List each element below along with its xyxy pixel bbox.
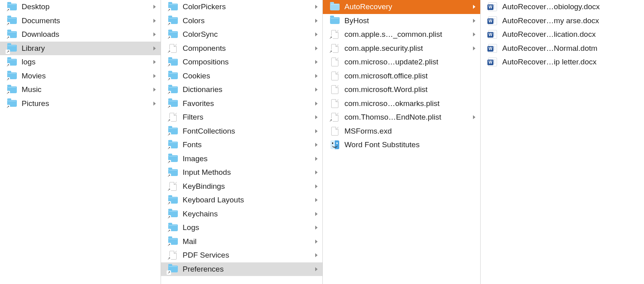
file-icon bbox=[329, 112, 340, 122]
list-item[interactable]: Desktop bbox=[0, 0, 161, 14]
list-item[interactable]: Input Methods bbox=[161, 166, 322, 180]
item-label: Preferences bbox=[183, 265, 223, 274]
item-label: AutoRecovery bbox=[344, 2, 392, 11]
list-item[interactable]: com.Thomso…EndNote.plist bbox=[323, 110, 480, 124]
chevron-right-icon bbox=[314, 253, 318, 258]
folder-icon bbox=[167, 237, 179, 246]
item-label: Library bbox=[22, 44, 45, 53]
folder-icon bbox=[6, 30, 18, 39]
alias-badge-icon bbox=[6, 36, 10, 40]
list-item[interactable]: AutoRecover…obiology.docx bbox=[481, 0, 644, 14]
file-icon bbox=[329, 30, 340, 39]
file-icon bbox=[167, 112, 179, 122]
list-item[interactable]: KeyBindings bbox=[161, 180, 322, 194]
item-label: Compositions bbox=[183, 58, 229, 66]
item-label: Logs bbox=[183, 223, 199, 232]
list-item[interactable]: Music bbox=[0, 83, 161, 97]
item-label: ColorPickers bbox=[183, 2, 226, 11]
item-label: AutoRecover…ip letter.docx bbox=[502, 58, 597, 66]
list-item[interactable]: AutoRecovery bbox=[323, 0, 480, 14]
alias-badge-icon bbox=[167, 270, 171, 275]
item-label: com.microso…okmarks.plist bbox=[344, 99, 440, 108]
file-icon bbox=[167, 182, 179, 191]
chevron-right-icon bbox=[153, 101, 157, 106]
chevron-right-icon bbox=[314, 267, 318, 272]
alias-badge-icon bbox=[167, 118, 171, 123]
alias-badge-icon bbox=[6, 77, 10, 82]
word-doc-icon bbox=[487, 16, 498, 26]
list-item[interactable]: FontCollections bbox=[161, 124, 322, 138]
list-item[interactable]: Keychains bbox=[161, 207, 322, 221]
list-item[interactable]: Documents bbox=[0, 14, 161, 28]
alias-badge-icon bbox=[6, 8, 10, 12]
list-item[interactable]: Compositions bbox=[161, 55, 322, 69]
alias-badge-icon bbox=[167, 8, 171, 12]
list-item[interactable]: ByHost bbox=[323, 14, 480, 28]
word-doc-icon bbox=[487, 57, 498, 67]
list-item[interactable]: Components bbox=[161, 42, 322, 56]
list-item[interactable]: com.apple.security.plist bbox=[323, 42, 480, 56]
list-item[interactable]: com.microsoft.office.plist bbox=[323, 69, 480, 83]
folder-icon bbox=[167, 154, 179, 164]
item-label: Mail bbox=[183, 237, 197, 246]
list-item[interactable]: Favorites bbox=[161, 97, 322, 111]
list-item[interactable]: Mail bbox=[161, 235, 322, 249]
chevron-right-icon bbox=[153, 60, 157, 64]
list-item[interactable]: ColorSync bbox=[161, 28, 322, 42]
list-item[interactable]: AutoRecover…my arse.docx bbox=[481, 14, 644, 28]
chevron-right-icon bbox=[314, 46, 318, 51]
list-item[interactable]: com.apple.s…_common.plist bbox=[323, 28, 480, 42]
list-item[interactable]: Logs bbox=[161, 221, 322, 235]
chevron-right-icon bbox=[153, 87, 157, 92]
item-label: Colors bbox=[183, 16, 205, 25]
folder-icon bbox=[167, 126, 179, 136]
item-label: Keyboard Layouts bbox=[183, 196, 244, 204]
chevron-right-icon bbox=[472, 46, 476, 51]
list-item[interactable]: AutoRecover…ip letter.docx bbox=[481, 55, 644, 69]
item-label: PDF Services bbox=[183, 251, 229, 260]
file-icon bbox=[167, 44, 179, 53]
list-item[interactable]: Images bbox=[161, 152, 322, 166]
list-item[interactable]: Preferences bbox=[161, 262, 322, 276]
list-item[interactable]: PDF Services bbox=[161, 248, 322, 262]
chevron-right-icon bbox=[314, 129, 318, 134]
alias-badge-icon bbox=[6, 63, 10, 68]
list-item[interactable]: Colors bbox=[161, 14, 322, 28]
folder-icon bbox=[167, 195, 179, 205]
list-item[interactable]: Dictionaries bbox=[161, 83, 322, 97]
word-template-icon bbox=[487, 44, 498, 53]
list-item[interactable]: AutoRecover…lication.docx bbox=[481, 28, 644, 42]
list-item[interactable]: com.microso…update2.plist bbox=[323, 55, 480, 69]
chevron-right-icon bbox=[314, 142, 318, 147]
chevron-right-icon bbox=[314, 198, 318, 202]
word-doc-icon bbox=[487, 2, 498, 12]
list-item[interactable]: com.microso…okmarks.plist bbox=[323, 97, 480, 111]
item-label: Favorites bbox=[183, 99, 214, 108]
list-item[interactable]: Movies bbox=[0, 69, 161, 83]
list-item[interactable]: MSForms.exd bbox=[323, 124, 480, 138]
alias-badge-icon bbox=[328, 50, 333, 54]
list-item[interactable]: Pictures bbox=[0, 97, 161, 111]
list-item[interactable]: Downloads bbox=[0, 28, 161, 42]
list-item[interactable]: Cookies bbox=[161, 69, 322, 83]
chevron-right-icon bbox=[314, 115, 318, 120]
item-label: logs bbox=[22, 58, 36, 66]
list-item[interactable]: AutoRecover…Normal.dotm bbox=[481, 42, 644, 56]
folder-icon bbox=[329, 2, 340, 12]
list-item[interactable]: Filters bbox=[161, 110, 322, 124]
list-item[interactable]: Library bbox=[0, 42, 161, 56]
list-item[interactable]: com.microsoft.Word.plist bbox=[323, 83, 480, 97]
list-item[interactable]: logs bbox=[0, 55, 161, 69]
finder-column-view: DesktopDocumentsDownloadsLibrarylogsMovi… bbox=[0, 0, 644, 284]
item-label: com.Thomso…EndNote.plist bbox=[344, 113, 441, 122]
folder-icon bbox=[167, 209, 179, 219]
list-item[interactable]: Keyboard Layouts bbox=[161, 193, 322, 207]
item-label: com.apple.s…_common.plist bbox=[344, 30, 442, 39]
list-item[interactable]: Fonts bbox=[161, 138, 322, 152]
alias-badge-icon bbox=[167, 201, 171, 206]
list-item[interactable]: ColorPickers bbox=[161, 0, 322, 14]
item-label: Movies bbox=[22, 72, 46, 80]
folder-icon bbox=[167, 99, 179, 108]
item-label: AutoRecover…lication.docx bbox=[502, 30, 596, 39]
list-item[interactable]: Word Font Substitutes bbox=[323, 138, 480, 152]
